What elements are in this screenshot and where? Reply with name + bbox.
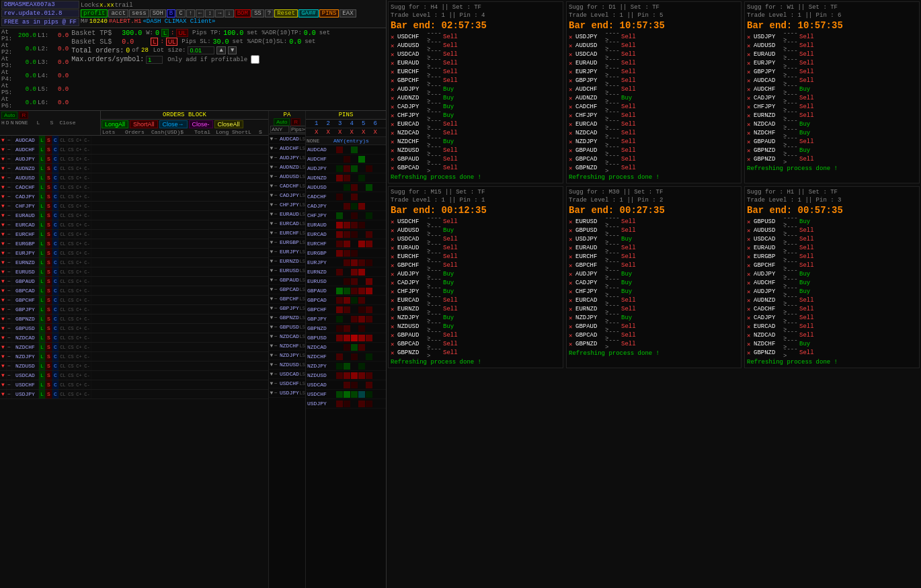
btn-left[interactable]: ← — [196, 9, 204, 17]
pa-symbol[interactable]: NZDCAD — [278, 332, 300, 341]
row-c[interactable]: C — [52, 136, 59, 144]
sig-symbol[interactable]: NZDCAD — [397, 130, 426, 136]
sig-symbol[interactable]: NZDUSD — [397, 147, 426, 154]
btn-close-minus[interactable]: Close- — [189, 120, 213, 128]
btn-ul-tp2[interactable]: UL — [176, 29, 188, 37]
row-l[interactable]: L — [39, 390, 46, 398]
pin-x-4[interactable]: X — [350, 129, 354, 136]
sig-symbol[interactable]: EURCAD — [754, 323, 782, 330]
btn-profit[interactable]: profit — [81, 9, 108, 17]
pin-x-3[interactable]: X — [338, 129, 342, 136]
row-symbol[interactable]: NZDJPY — [12, 352, 39, 361]
pin-5[interactable]: 5 — [362, 120, 365, 127]
btn-bom[interactable]: BOM — [235, 9, 251, 17]
sig-symbol[interactable]: GBPJPY — [575, 77, 604, 84]
row-l[interactable]: L — [39, 267, 46, 276]
row-c[interactable]: C — [52, 324, 59, 333]
row-l[interactable]: L — [39, 230, 46, 239]
sig-symbol[interactable]: GBPCHF — [397, 262, 426, 269]
sig-symbol[interactable]: EURCHF — [397, 69, 426, 75]
sig-symbol[interactable]: GBPAUD — [754, 138, 782, 145]
sig-symbol[interactable]: GBPAUD — [575, 323, 604, 330]
sig-symbol[interactable]: USDCHF — [397, 34, 426, 40]
max-orders-input[interactable] — [146, 56, 163, 64]
row-symbol[interactable]: AUDNZD — [12, 164, 39, 173]
btn-l-sl[interactable]: L — [151, 38, 158, 46]
sig-symbol[interactable]: GBPAUD — [575, 147, 604, 154]
row-s[interactable]: S — [46, 296, 52, 304]
row-c[interactable]: C — [52, 380, 59, 389]
row-l[interactable]: L — [39, 333, 46, 342]
sig-symbol[interactable]: CADJPY — [754, 95, 782, 101]
pin-4[interactable]: 4 — [350, 120, 354, 127]
sig-symbol[interactable]: GBPNZD — [754, 147, 782, 154]
row-s[interactable]: S — [46, 183, 52, 192]
row-s[interactable]: S — [46, 202, 52, 210]
row-symbol[interactable]: EURUSD — [12, 267, 39, 276]
btn-short-all[interactable]: ShortAll — [130, 120, 158, 128]
btn-acct[interactable]: acct — [108, 9, 128, 17]
pin-2[interactable]: 2 — [327, 120, 330, 127]
row-l[interactable]: L — [39, 155, 46, 163]
row-s[interactable]: S — [46, 324, 52, 333]
sig-symbol[interactable]: EURJPY — [575, 69, 604, 75]
sig-symbol[interactable]: NZDJPY — [397, 314, 426, 321]
row-c[interactable]: C — [52, 145, 59, 154]
sig-symbol[interactable]: AUDNZD — [754, 297, 782, 304]
row-l[interactable]: L — [39, 136, 46, 144]
row-symbol[interactable]: EURAUD — [12, 211, 39, 220]
sig-symbol[interactable]: USDCAD — [575, 51, 604, 58]
row-l[interactable]: L — [39, 296, 46, 304]
row-symbol[interactable]: AUDJPY — [12, 155, 39, 163]
btn-q[interactable]: ? — [265, 9, 274, 17]
sig-symbol[interactable]: USDCAD — [754, 236, 782, 243]
row-s[interactable]: S — [46, 136, 52, 144]
row-c[interactable]: C — [52, 390, 59, 398]
row-c[interactable]: C — [52, 371, 59, 380]
sig-symbol[interactable]: GBPNZD — [575, 165, 604, 171]
sig-symbol[interactable]: CADJPY — [397, 103, 426, 110]
pa-symbol[interactable]: EURJPY — [278, 247, 300, 256]
sig-symbol[interactable]: EURCHF — [397, 253, 426, 260]
row-symbol[interactable]: EURCHF — [12, 230, 39, 239]
pa-symbol[interactable]: EURNZD — [278, 257, 300, 265]
row-l[interactable]: L — [39, 258, 46, 267]
row-l[interactable]: L — [39, 314, 46, 323]
pa-symbol[interactable]: CHFJPY — [278, 200, 300, 209]
row-c[interactable]: C — [52, 343, 59, 351]
row-c[interactable]: C — [52, 239, 59, 248]
btn-up[interactable]: ↑ — [186, 9, 195, 17]
sig-symbol[interactable]: AUDUSD — [754, 42, 782, 49]
row-l[interactable]: L — [39, 277, 46, 286]
lot-size-input[interactable] — [188, 46, 214, 54]
sig-symbol[interactable]: GBPNZD — [754, 349, 782, 356]
row-c[interactable]: C — [52, 192, 59, 201]
pa-symbol[interactable]: GBPCHF — [278, 294, 300, 303]
sig-symbol[interactable]: CHFJPY — [397, 112, 426, 119]
btn-lot-up[interactable]: ▲ — [216, 46, 225, 54]
row-c[interactable]: C — [52, 173, 59, 182]
row-symbol[interactable]: GBPUSD — [12, 324, 39, 333]
row-s[interactable]: S — [46, 258, 52, 267]
btn-down[interactable]: ↓ — [225, 9, 233, 17]
sig-symbol[interactable]: CADJPY — [575, 280, 604, 286]
btn-long-all[interactable]: LongAll — [102, 120, 128, 128]
row-symbol[interactable]: NZDCAD — [12, 333, 39, 342]
row-c[interactable]: C — [52, 286, 59, 295]
row-l[interactable]: L — [39, 239, 46, 248]
pa-symbol[interactable]: NZDJPY — [278, 351, 300, 360]
row-s[interactable]: S — [46, 211, 52, 220]
row-symbol[interactable]: USDCHF — [12, 380, 39, 389]
sig-symbol[interactable]: CHFJPY — [397, 288, 426, 295]
sig-symbol[interactable]: GBPCAD — [397, 341, 426, 347]
sig-symbol[interactable]: USDJPY — [575, 236, 604, 243]
sig-symbol[interactable]: NZDCAD — [575, 130, 604, 136]
sig-symbol[interactable]: NZDCAD — [754, 121, 782, 128]
btn-updown[interactable]: ↕ — [205, 9, 214, 17]
row-symbol[interactable]: CADCHF — [12, 183, 39, 192]
sig-symbol[interactable]: AUDCHF — [754, 86, 782, 93]
row-symbol[interactable]: AUDCAD — [12, 136, 39, 144]
pa-any-input[interactable] — [270, 126, 289, 133]
row-s[interactable]: S — [46, 314, 52, 323]
pa-symbol[interactable]: EURUSD — [278, 266, 300, 275]
